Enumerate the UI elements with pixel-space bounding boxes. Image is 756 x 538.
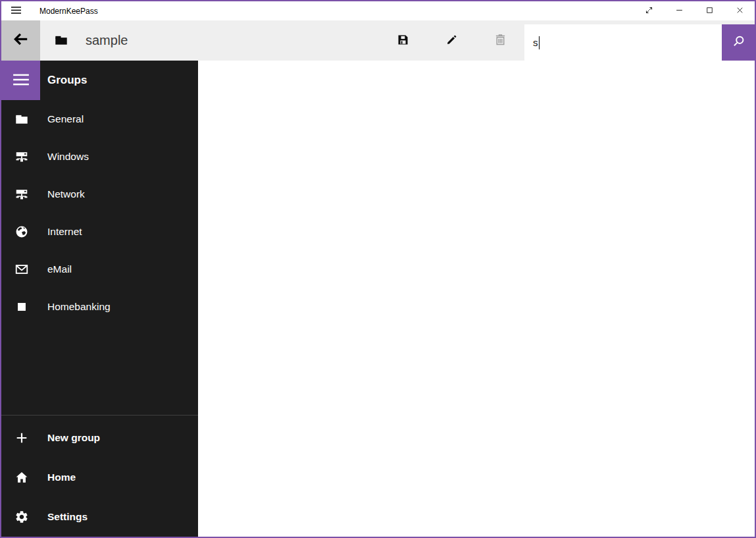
back-button[interactable] (1, 20, 40, 61)
square-icon (14, 300, 29, 314)
sidebar-item-label: Network (47, 188, 85, 200)
search-button[interactable] (722, 24, 756, 61)
fullscreen-button[interactable] (634, 1, 664, 20)
search-box (524, 24, 722, 61)
folder-icon (14, 112, 29, 126)
search-input[interactable] (524, 24, 722, 61)
sidebar-item-label: New group (47, 432, 100, 444)
delete-button[interactable] (484, 20, 516, 61)
database-title: sample (86, 20, 128, 61)
sidebar-item-settings[interactable]: Settings (1, 497, 198, 537)
fullscreen-icon (644, 5, 654, 17)
sidebar-spacer (1, 325, 198, 415)
back-arrow-icon (13, 31, 30, 50)
maximize-button[interactable] (694, 1, 724, 20)
groups-list: General Windows Network Internet eMail H… (1, 100, 198, 325)
search-suggestions-dropdown (524, 61, 755, 179)
sidebar-item-homebanking[interactable]: Homebanking (1, 288, 198, 325)
globe-icon (14, 225, 29, 239)
search-icon (732, 34, 746, 51)
sidebar-item-label: Settings (47, 511, 88, 523)
sidebar-menu-button[interactable] (1, 61, 40, 100)
close-button[interactable] (724, 1, 755, 20)
hamburger-icon (10, 4, 22, 18)
sidebar-item-label: eMail (47, 263, 72, 275)
sidebar-item-new-group[interactable]: New group (1, 418, 198, 458)
sidebar: Groups General Windows Network Internet … (1, 61, 198, 537)
sidebar-actions: New group Home Settings (1, 416, 198, 537)
commandbar-actions (387, 20, 533, 61)
edit-icon (445, 33, 459, 49)
save-button[interactable] (387, 20, 418, 61)
sidebar-item-email[interactable]: eMail (1, 250, 198, 288)
command-bar: sample (1, 20, 755, 61)
app-window: ModernKeePass sample Groups Gen (0, 0, 756, 538)
home-icon (14, 470, 29, 485)
network-icon (14, 149, 29, 164)
groups-header: Groups (47, 74, 87, 87)
edit-button[interactable] (436, 20, 467, 61)
hamburger-icon (11, 70, 31, 92)
window-controls (634, 1, 755, 20)
maximize-icon (705, 5, 715, 17)
trash-icon (493, 33, 507, 49)
settings-icon (14, 510, 29, 524)
save-icon (396, 33, 410, 49)
app-title: ModernKeePass (39, 7, 98, 16)
database-folder-icon (54, 33, 68, 47)
sidebar-item-label: Windows (47, 151, 89, 163)
mail-icon (14, 262, 29, 277)
text-caret (539, 36, 540, 49)
minimize-button[interactable] (664, 1, 694, 20)
sidebar-item-general[interactable]: General (1, 100, 198, 138)
sidebar-top: Groups (1, 61, 198, 100)
network-icon (14, 187, 29, 202)
sidebar-item-label: General (47, 113, 84, 125)
sidebar-item-label: Homebanking (47, 301, 111, 313)
sidebar-item-internet[interactable]: Internet (1, 213, 198, 250)
sidebar-item-label: Internet (47, 226, 82, 238)
minimize-icon (674, 5, 684, 17)
sidebar-item-home[interactable]: Home (1, 458, 198, 497)
sidebar-item-label: Home (47, 471, 76, 483)
plus-icon (14, 431, 29, 445)
sidebar-item-windows[interactable]: Windows (1, 138, 198, 175)
titlebar-menu-button[interactable] (1, 1, 30, 20)
titlebar: ModernKeePass (1, 1, 755, 20)
sidebar-item-network[interactable]: Network (1, 175, 198, 213)
close-icon (735, 5, 745, 17)
